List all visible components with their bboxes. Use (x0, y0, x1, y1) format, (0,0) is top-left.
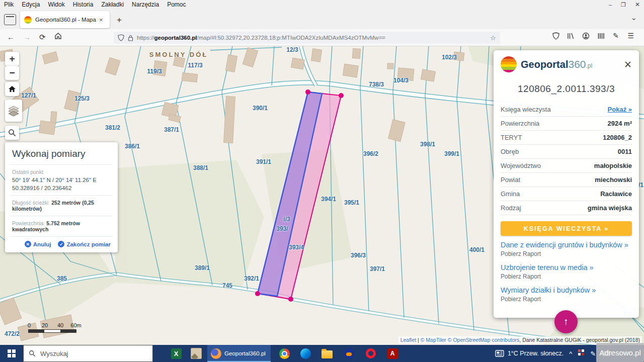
minimize-icon[interactable]: – (609, 2, 612, 8)
url-bar[interactable]: https://geoportal360.pl/map/#l:50.32972,… (114, 32, 500, 44)
scale-strip (28, 329, 76, 333)
measurement-actions: ✕Anuluj ✓Zakończ pomiar (12, 241, 111, 247)
info-row-value: 120806_2 (603, 134, 632, 141)
active-window-title: Geoportal360.pl - ... (224, 350, 267, 356)
bookmark-star-icon[interactable]: ☆ (490, 34, 496, 42)
edge-icon[interactable] (299, 347, 311, 359)
hamburger-menu-icon[interactable]: ☰ (627, 32, 634, 40)
map-canvas[interactable]: SMOLNY DÓŁ119/3117/312/3102/3104/3738/31… (0, 46, 644, 345)
browser-tab[interactable]: Geoportal360.pl - Mapa Interak × (20, 11, 110, 28)
tab-close-icon[interactable]: × (99, 16, 103, 24)
tracking-shield-icon[interactable] (118, 34, 124, 41)
new-tab-button[interactable]: + (117, 15, 122, 25)
info-row-label: Gmina (501, 190, 520, 198)
finish-measure-button[interactable]: ✓Zakończ pomiar (58, 241, 111, 247)
adresowo-watermark: Adresowo.pl (596, 343, 644, 362)
file-explorer-icon[interactable] (321, 347, 333, 359)
news-icon (495, 350, 504, 357)
report-links: Dane z ewidencji gruntów i budynków »Pob… (501, 241, 632, 303)
menu-item-widok[interactable]: Widok (44, 1, 68, 8)
scale-ticks: 0204060m (28, 322, 76, 329)
acrobat-icon[interactable]: A (386, 347, 398, 359)
opera-icon[interactable] (365, 347, 377, 359)
info-row: TERYT120806_2 (501, 131, 632, 145)
extensions-grid-icon[interactable] (597, 32, 605, 41)
cancel-measure-button[interactable]: ✕Anuluj (25, 241, 51, 247)
people-icon[interactable] (578, 349, 585, 358)
layers-button[interactable] (5, 100, 22, 122)
measurement-panel: Wykonaj pomiary Ostatni punkt 50° 19' 44… (5, 142, 118, 252)
zoom-in-button[interactable]: + (5, 52, 19, 66)
circle-app-icon[interactable] (343, 347, 355, 359)
menu-item-narzędzia[interactable]: Narzędzia (128, 1, 163, 8)
parcel-label: 117/3 (188, 62, 202, 69)
weather-widget[interactable]: 1°C Przew. słonecz. (495, 350, 564, 357)
windows-taskbar: Wyszukaj X Geoportal360.pl - ... A 1°C P… (0, 345, 644, 362)
parcel-label: 400/1 (469, 246, 485, 253)
divider (10, 195, 113, 196)
scale-tick: 60m (70, 322, 81, 328)
parcel-label: 395/1 (344, 199, 359, 206)
back-icon[interactable]: ← (7, 33, 15, 41)
forward-icon[interactable]: → (23, 33, 31, 41)
info-row-label: TERYT (501, 134, 522, 141)
report-link-title[interactable]: Dane z ewidencji gruntów i budynków » (501, 241, 632, 249)
info-row: Powiatmiechowski (501, 173, 632, 187)
map-attribution: Leaflet | © MapTiler © OpenStreetMap con… (398, 336, 642, 343)
reload-icon[interactable]: ⟳ (39, 33, 46, 42)
geoportal-logo-icon (501, 56, 517, 72)
info-row: Księga wieczystaPokaż » (501, 103, 632, 117)
taskbar-search[interactable]: Wyszukaj (23, 345, 153, 362)
home-icon[interactable] (54, 32, 62, 41)
map-home-button[interactable] (5, 82, 19, 96)
search-icon (8, 129, 16, 137)
info-row-value: 0011 (618, 148, 632, 155)
photos-icon[interactable] (190, 347, 202, 359)
search-placeholder: Wyszukaj (40, 350, 68, 357)
up-arrow-icon: ↑ (564, 316, 569, 327)
library-icon[interactable] (567, 32, 575, 41)
start-button[interactable] (0, 345, 23, 362)
pen-icon[interactable]: ✎ (590, 350, 596, 357)
parcel-label: 389/1 (195, 264, 210, 272)
last-point-label: Ostatni punkt (12, 169, 111, 175)
editor-pen-icon[interactable]: ✎ (613, 32, 619, 40)
restore-icon[interactable]: ❐ (621, 2, 626, 8)
coords-dms: 50° 19' 44.1" N / 20° 14' 11.26" E (12, 177, 111, 183)
report-link-subtitle: Pobierz Raport (501, 273, 632, 280)
info-row: Obręb0011 (501, 145, 632, 159)
report-link-title[interactable]: Uzbrojenie terenu w media » (501, 263, 632, 272)
pocket-shield-icon[interactable] (552, 32, 559, 41)
place-label: SMOLNY DÓŁ (149, 51, 208, 58)
scroll-top-fab[interactable]: ↑ (554, 310, 578, 333)
menu-item-plik[interactable]: Plik (0, 1, 18, 8)
attribution-link[interactable]: © OpenStreetMap contributors (448, 337, 520, 343)
parcel-label: /1 (638, 182, 643, 189)
tab-list-chevron-icon[interactable]: ⌄ (630, 13, 637, 22)
ksiega-wieczysta-button[interactable]: KSIĘGA WIECZYSTA » (501, 221, 632, 236)
parcel-label: 391/1 (256, 158, 271, 165)
info-row-label: Województwo (501, 162, 541, 169)
firefox-taskbar-button[interactable]: Geoportal360.pl - ... (207, 345, 271, 362)
tabs-tray-icon[interactable] (4, 14, 16, 25)
attribution-link[interactable]: © MapTiler (421, 337, 446, 343)
area-row: Powierzchnia 5.752 metrów kwadratowych (12, 220, 111, 232)
panel-close-icon[interactable]: ✕ (624, 59, 632, 70)
menu-item-historia[interactable]: Historia (69, 1, 98, 8)
menu-item-zakładki[interactable]: Zakładki (97, 1, 128, 8)
excel-icon[interactable]: X (170, 347, 182, 359)
report-link-title[interactable]: Wymiary działki i budynków » (501, 286, 632, 294)
close-icon[interactable]: ✕ (635, 1, 640, 8)
info-row-label: Powiat (501, 176, 520, 184)
pokaz-link[interactable]: Pokaż » (608, 106, 632, 113)
attribution-text: | (416, 337, 421, 343)
tray-chevron-icon[interactable]: ^ (569, 350, 572, 357)
menu-item-pomoc[interactable]: Pomoc (163, 1, 190, 8)
parcel-label: 396/2 (363, 150, 378, 157)
attribution-link[interactable]: Leaflet (400, 337, 417, 343)
account-icon[interactable] (582, 32, 590, 41)
zoom-out-button[interactable]: − (5, 66, 19, 80)
menu-item-edycja[interactable]: Edycja (18, 1, 44, 8)
map-search-button[interactable] (5, 126, 19, 140)
chrome-icon[interactable] (278, 347, 290, 359)
